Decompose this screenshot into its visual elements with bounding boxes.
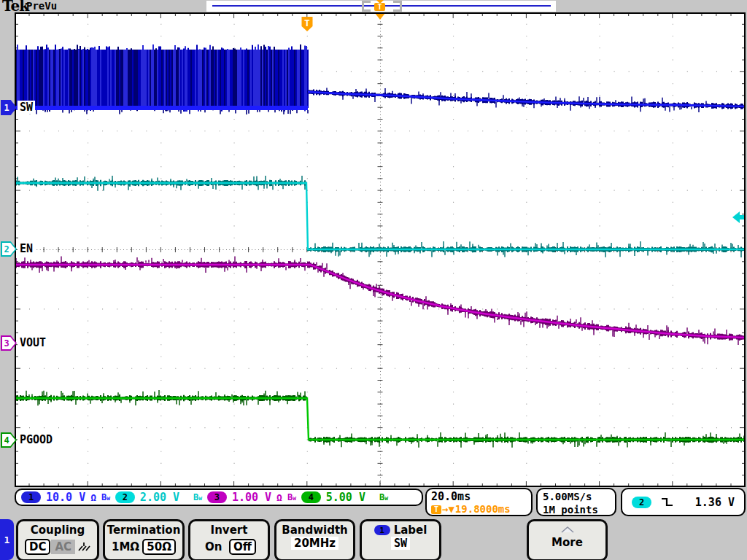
delay-trigger-t-icon: T (431, 505, 441, 514)
channel-1-badge: 1 (21, 491, 41, 503)
invert-title: Invert (190, 524, 268, 537)
trigger-readout: 2 1.36 V (621, 488, 746, 516)
invert-off-option[interactable]: Off (229, 539, 256, 555)
acquisition-readout: 5.00MS/s 1M points (536, 488, 616, 516)
channel-4-bandwidth-badge: Bw (379, 492, 388, 502)
more-title: More (529, 536, 605, 549)
channel-1-readout: 1 10.0 V Ω Bw (21, 491, 110, 504)
channel-readouts: 1 10.0 V Ω Bw 2 2.00 V Bw 3 1.00 V Ω Bw … (15, 489, 423, 506)
record-window-bracket-right (393, 1, 402, 12)
channel-3-impedance: Ω (276, 492, 282, 503)
channel-3-number: 3 (1, 335, 12, 351)
channel-1-impedance: Ω (90, 492, 96, 503)
channel-2-label: EN (18, 242, 35, 255)
coupling-dc-option[interactable]: DC (25, 539, 50, 555)
delay-arrow: →▼ (442, 503, 454, 516)
invert-on-option[interactable]: On (205, 540, 222, 553)
channel-3-readout: 3 1.00 V Ω Bw (207, 491, 296, 504)
channel-2-number: 2 (1, 241, 12, 257)
channel-2-scale: 2.00 V (140, 491, 179, 504)
invert-softkey[interactable]: Invert On Off (188, 519, 270, 560)
channel-1-position-tag[interactable]: 1 (1, 100, 17, 115)
label-title: Label (394, 524, 427, 537)
termination-title: Termination (105, 524, 182, 537)
channel-3-scale: 1.00 V (232, 491, 271, 504)
trigger-level: 1.36 V (695, 496, 735, 509)
more-softkey[interactable]: More (527, 519, 608, 560)
ground-icon (76, 541, 90, 553)
channel-2-position-tag[interactable]: 2 (1, 241, 17, 257)
channel-3-bandwidth-badge: Bw (287, 492, 296, 502)
termination-1mohm-option[interactable]: 1MΩ (112, 540, 139, 553)
delay-value: 19.8000ms (455, 503, 511, 516)
coupling-title: Coupling (18, 524, 97, 537)
wave-inspector-record-bar: T (206, 1, 556, 12)
channel-1-scale: 10.0 V (46, 491, 85, 504)
record-length: 1M points (543, 503, 610, 516)
coupling-softkey[interactable]: Coupling DC AC (16, 519, 99, 560)
trigger-source-badge: 2 (632, 497, 651, 508)
record-window-bracket-left (362, 1, 371, 12)
channel-4-scale: 5.00 V (326, 491, 365, 504)
channel-4-label: PGOOD (18, 433, 55, 446)
acquisition-status: PreVu (26, 0, 57, 12)
channel-2-readout: 2 2.00 V Bw (115, 491, 202, 504)
coupling-ac-option[interactable]: AC (51, 540, 75, 554)
svg-text:T: T (304, 18, 310, 28)
channel-4-badge: 4 (301, 491, 321, 503)
channel-4-number: 4 (1, 432, 12, 448)
caret-up-icon (560, 526, 576, 533)
channel-2-bandwidth-badge: Bw (193, 492, 202, 502)
oscilloscope-screen: Tek PreVu T T 1 2 3 4 SW EN VOUT PGOOD 1 (0, 0, 747, 560)
timebase-scale: 20.0ms (431, 490, 527, 503)
channel-1-label: SW (18, 101, 35, 114)
delay-readout: T →▼ 19.8000ms (431, 503, 527, 516)
bandwidth-value: 20MHz (291, 537, 338, 550)
label-value: SW (391, 537, 410, 550)
horizontal-readout: 20.0ms T →▼ 19.8000ms (425, 488, 533, 516)
record-trigger-t-icon: T (374, 3, 385, 11)
channel-4-readout: 4 5.00 V Bw (301, 491, 388, 504)
active-channel-tab: 1 (0, 519, 14, 560)
termination-softkey[interactable]: Termination 1MΩ 50Ω (103, 519, 185, 560)
channel-4-position-tag[interactable]: 4 (1, 432, 17, 448)
channel-3-label: VOUT (18, 336, 48, 349)
label-softkey[interactable]: 1 Label SW (360, 519, 441, 560)
channel-1-number: 1 (1, 100, 12, 115)
termination-50ohm-option[interactable]: 50Ω (142, 539, 176, 555)
channel-3-position-tag[interactable]: 3 (1, 335, 17, 351)
channel-1-bandwidth-badge: Bw (101, 492, 110, 502)
channel-3-badge: 3 (207, 491, 227, 503)
sample-rate: 5.00MS/s (543, 490, 610, 503)
graticule: T (15, 12, 746, 487)
bandwidth-title: Bandwidth (276, 524, 353, 537)
falling-edge-icon (660, 497, 674, 508)
channel-2-badge: 2 (115, 491, 135, 503)
label-channel-badge: 1 (374, 525, 390, 535)
bandwidth-softkey[interactable]: Bandwidth 20MHz (274, 519, 355, 560)
